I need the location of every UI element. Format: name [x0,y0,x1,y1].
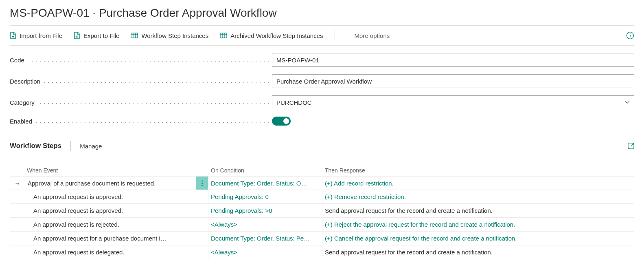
workflow-steps-title: Workflow Steps [10,142,61,150]
cell-on-condition[interactable]: Pending Approvals: 0 [208,190,322,204]
table-icon [220,33,227,38]
table-row[interactable]: →Approval of a purchase document is requ… [10,176,634,190]
row-more-icon [196,204,208,218]
enabled-toggle[interactable] [272,117,291,126]
chevron-down-icon [625,101,630,104]
general-fields: Code Description Category PURCHDOC Enabl… [10,53,634,126]
page-title-text: Purchase Order Approval Workflow [99,7,277,19]
cell-then-response[interactable]: Send approval request for the record and… [322,245,634,259]
cell-when-event[interactable]: An approval request is approved. [25,204,196,218]
row-more-icon[interactable]: ⋮ [196,176,208,190]
cell-when-event[interactable]: Approval of a purchase document is reque… [25,176,196,190]
cell-then-response[interactable]: (+) Add record restriction. [322,176,634,190]
row-more-icon [196,218,208,232]
file-export-icon [74,32,80,39]
table-row[interactable]: An approval request is approved.Pending … [10,190,634,204]
svg-rect-0 [131,33,138,38]
row-marker [10,245,25,259]
code-label: Code [10,57,272,64]
more-options-button[interactable]: More options [355,32,390,39]
file-import-icon [10,32,16,39]
export-label: Export to File [83,32,119,39]
code-input[interactable] [272,53,634,67]
cell-when-event[interactable]: An approval request is rejected. [25,218,196,232]
table-row[interactable]: An approval request is delegated.<Always… [10,245,634,259]
col-header-condition[interactable]: On Condition [208,167,322,174]
archived-workflow-step-instances-button[interactable]: Archived Workflow Step Instances [220,32,323,39]
export-to-file-button[interactable]: Export to File [74,32,119,39]
row-marker [10,218,25,232]
import-from-file-button[interactable]: Import from File [10,32,62,39]
cell-on-condition[interactable]: <Always> [208,218,322,232]
cell-on-condition[interactable]: Pending Approvals: >0 [208,204,322,218]
row-marker: → [10,176,25,190]
grid-header: When Event On Condition Then Response [10,165,634,176]
workflow-step-instances-button[interactable]: Workflow Step Instances [131,32,208,39]
category-select[interactable]: PURCHDOC [272,95,634,109]
toolbar-separator [335,30,335,41]
description-input[interactable] [272,74,634,88]
section-separator [70,141,71,151]
svg-rect-4 [220,33,227,38]
category-label: Category [10,99,272,106]
row-more-icon [196,245,208,259]
expand-icon[interactable] [628,143,634,149]
cell-then-response[interactable]: (+) Remove record restriction. [322,190,634,204]
svg-point-9 [630,33,631,34]
cell-when-event[interactable]: An approval request is delegated. [25,245,196,259]
page-code: MS-POAPW-01 [10,7,90,19]
row-more-icon [196,190,208,204]
table-row[interactable]: An approval request is approved.Pending … [10,204,634,218]
cell-when-event[interactable]: An approval request is approved. [25,190,196,204]
table-row[interactable]: An approval request is rejected.<Always>… [10,218,634,232]
cell-on-condition[interactable]: <Always> [208,245,322,259]
cell-when-event[interactable]: An approval request for a purchase docum… [25,232,196,245]
workflow-steps-grid: When Event On Condition Then Response →A… [10,165,634,259]
table-icon [131,33,138,38]
archived-step-instances-label: Archived Workflow Step Instances [230,32,323,39]
col-header-event[interactable]: When Event [25,167,196,174]
col-header-response[interactable]: Then Response [322,167,634,174]
cell-on-condition[interactable]: Document Type: Order, Status: Pe… [208,232,322,245]
category-value: PURCHDOC [276,99,312,106]
enabled-label: Enabled [10,118,272,125]
row-marker [10,204,25,218]
step-instances-label: Workflow Step Instances [141,32,208,39]
manage-button[interactable]: Manage [80,143,102,150]
import-label: Import from File [20,32,62,39]
action-toolbar: Import from File Export to File Workflow… [10,26,634,45]
cell-then-response[interactable]: Send approval request for the record and… [322,204,634,218]
info-icon[interactable] [626,31,634,40]
description-label: Description [10,78,272,85]
workflow-steps-header: Workflow Steps Manage [10,141,634,151]
cell-then-response[interactable]: (+) Cancel the approval request for the … [322,232,634,245]
row-marker [10,232,25,245]
table-row[interactable]: An approval request for a purchase docum… [10,232,634,245]
row-more-icon [196,232,208,245]
page-title: MS-POAPW-01 · Purchase Order Approval Wo… [10,7,634,20]
cell-then-response[interactable]: (+) Reject the approval request for the … [322,218,634,232]
page-title-sep: · [90,7,99,19]
row-marker [10,190,25,204]
svg-line-12 [631,143,634,146]
cell-on-condition[interactable]: Document Type: Order, Status: O… [208,176,322,190]
